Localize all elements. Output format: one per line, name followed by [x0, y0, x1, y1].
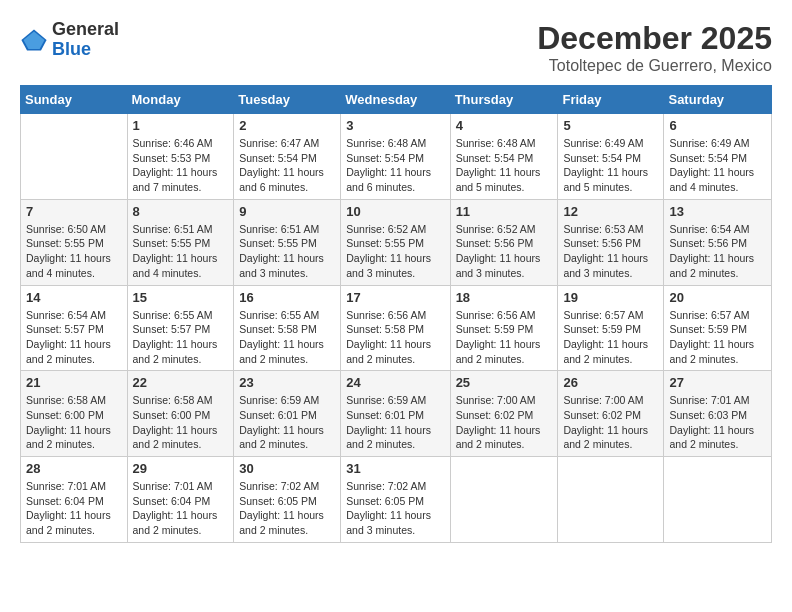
calendar-cell: 10Sunrise: 6:52 AM Sunset: 5:55 PM Dayli… [341, 199, 450, 285]
day-number: 9 [239, 204, 335, 219]
day-info: Sunrise: 6:52 AM Sunset: 5:55 PM Dayligh… [346, 222, 444, 281]
day-info: Sunrise: 6:47 AM Sunset: 5:54 PM Dayligh… [239, 136, 335, 195]
calendar-cell: 25Sunrise: 7:00 AM Sunset: 6:02 PM Dayli… [450, 371, 558, 457]
header-wednesday: Wednesday [341, 86, 450, 114]
logo-text: General Blue [52, 20, 119, 60]
day-info: Sunrise: 6:49 AM Sunset: 5:54 PM Dayligh… [563, 136, 658, 195]
day-info: Sunrise: 6:48 AM Sunset: 5:54 PM Dayligh… [456, 136, 553, 195]
day-info: Sunrise: 7:02 AM Sunset: 6:05 PM Dayligh… [346, 479, 444, 538]
day-info: Sunrise: 6:48 AM Sunset: 5:54 PM Dayligh… [346, 136, 444, 195]
day-info: Sunrise: 6:57 AM Sunset: 5:59 PM Dayligh… [669, 308, 766, 367]
calendar-cell [558, 457, 664, 543]
calendar-cell: 27Sunrise: 7:01 AM Sunset: 6:03 PM Dayli… [664, 371, 772, 457]
calendar-cell: 5Sunrise: 6:49 AM Sunset: 5:54 PM Daylig… [558, 114, 664, 200]
calendar-table: SundayMondayTuesdayWednesdayThursdayFrid… [20, 85, 772, 543]
day-info: Sunrise: 6:56 AM Sunset: 5:58 PM Dayligh… [346, 308, 444, 367]
logo-general: General [52, 20, 119, 40]
day-info: Sunrise: 6:51 AM Sunset: 5:55 PM Dayligh… [133, 222, 229, 281]
day-info: Sunrise: 6:55 AM Sunset: 5:58 PM Dayligh… [239, 308, 335, 367]
day-info: Sunrise: 6:54 AM Sunset: 5:56 PM Dayligh… [669, 222, 766, 281]
calendar-cell: 3Sunrise: 6:48 AM Sunset: 5:54 PM Daylig… [341, 114, 450, 200]
calendar-cell: 28Sunrise: 7:01 AM Sunset: 6:04 PM Dayli… [21, 457, 128, 543]
calendar-cell: 14Sunrise: 6:54 AM Sunset: 5:57 PM Dayli… [21, 285, 128, 371]
month-title: December 2025 [537, 20, 772, 57]
day-number: 8 [133, 204, 229, 219]
day-number: 18 [456, 290, 553, 305]
day-number: 21 [26, 375, 122, 390]
calendar-cell [450, 457, 558, 543]
calendar-cell: 15Sunrise: 6:55 AM Sunset: 5:57 PM Dayli… [127, 285, 234, 371]
calendar-cell: 1Sunrise: 6:46 AM Sunset: 5:53 PM Daylig… [127, 114, 234, 200]
day-info: Sunrise: 7:02 AM Sunset: 6:05 PM Dayligh… [239, 479, 335, 538]
calendar-cell: 17Sunrise: 6:56 AM Sunset: 5:58 PM Dayli… [341, 285, 450, 371]
day-number: 14 [26, 290, 122, 305]
calendar-cell [21, 114, 128, 200]
day-number: 13 [669, 204, 766, 219]
header-sunday: Sunday [21, 86, 128, 114]
day-number: 19 [563, 290, 658, 305]
day-number: 7 [26, 204, 122, 219]
day-number: 31 [346, 461, 444, 476]
calendar-week-row: 28Sunrise: 7:01 AM Sunset: 6:04 PM Dayli… [21, 457, 772, 543]
calendar-cell: 20Sunrise: 6:57 AM Sunset: 5:59 PM Dayli… [664, 285, 772, 371]
day-info: Sunrise: 6:57 AM Sunset: 5:59 PM Dayligh… [563, 308, 658, 367]
day-number: 24 [346, 375, 444, 390]
day-number: 20 [669, 290, 766, 305]
day-number: 3 [346, 118, 444, 133]
calendar-cell: 12Sunrise: 6:53 AM Sunset: 5:56 PM Dayli… [558, 199, 664, 285]
calendar-cell: 26Sunrise: 7:00 AM Sunset: 6:02 PM Dayli… [558, 371, 664, 457]
day-number: 2 [239, 118, 335, 133]
day-number: 29 [133, 461, 229, 476]
day-number: 16 [239, 290, 335, 305]
day-info: Sunrise: 7:00 AM Sunset: 6:02 PM Dayligh… [563, 393, 658, 452]
day-info: Sunrise: 6:49 AM Sunset: 5:54 PM Dayligh… [669, 136, 766, 195]
day-number: 27 [669, 375, 766, 390]
day-number: 23 [239, 375, 335, 390]
logo: General Blue [20, 20, 119, 60]
calendar-cell: 8Sunrise: 6:51 AM Sunset: 5:55 PM Daylig… [127, 199, 234, 285]
day-number: 1 [133, 118, 229, 133]
calendar-week-row: 21Sunrise: 6:58 AM Sunset: 6:00 PM Dayli… [21, 371, 772, 457]
logo-icon [20, 26, 48, 54]
day-number: 5 [563, 118, 658, 133]
calendar-cell: 7Sunrise: 6:50 AM Sunset: 5:55 PM Daylig… [21, 199, 128, 285]
day-info: Sunrise: 6:59 AM Sunset: 6:01 PM Dayligh… [239, 393, 335, 452]
header-monday: Monday [127, 86, 234, 114]
header-friday: Friday [558, 86, 664, 114]
day-info: Sunrise: 6:58 AM Sunset: 6:00 PM Dayligh… [26, 393, 122, 452]
day-info: Sunrise: 6:53 AM Sunset: 5:56 PM Dayligh… [563, 222, 658, 281]
day-number: 6 [669, 118, 766, 133]
day-info: Sunrise: 6:50 AM Sunset: 5:55 PM Dayligh… [26, 222, 122, 281]
calendar-cell: 9Sunrise: 6:51 AM Sunset: 5:55 PM Daylig… [234, 199, 341, 285]
day-info: Sunrise: 6:51 AM Sunset: 5:55 PM Dayligh… [239, 222, 335, 281]
calendar-cell: 18Sunrise: 6:56 AM Sunset: 5:59 PM Dayli… [450, 285, 558, 371]
location-title: Totoltepec de Guerrero, Mexico [537, 57, 772, 75]
day-number: 11 [456, 204, 553, 219]
day-number: 4 [456, 118, 553, 133]
calendar-cell: 24Sunrise: 6:59 AM Sunset: 6:01 PM Dayli… [341, 371, 450, 457]
calendar-cell: 19Sunrise: 6:57 AM Sunset: 5:59 PM Dayli… [558, 285, 664, 371]
header-saturday: Saturday [664, 86, 772, 114]
calendar-cell: 13Sunrise: 6:54 AM Sunset: 5:56 PM Dayli… [664, 199, 772, 285]
day-info: Sunrise: 7:01 AM Sunset: 6:04 PM Dayligh… [133, 479, 229, 538]
header-tuesday: Tuesday [234, 86, 341, 114]
title-block: December 2025 Totoltepec de Guerrero, Me… [537, 20, 772, 75]
header-thursday: Thursday [450, 86, 558, 114]
day-number: 17 [346, 290, 444, 305]
day-number: 12 [563, 204, 658, 219]
calendar-week-row: 7Sunrise: 6:50 AM Sunset: 5:55 PM Daylig… [21, 199, 772, 285]
day-number: 28 [26, 461, 122, 476]
calendar-cell: 21Sunrise: 6:58 AM Sunset: 6:00 PM Dayli… [21, 371, 128, 457]
day-info: Sunrise: 6:58 AM Sunset: 6:00 PM Dayligh… [133, 393, 229, 452]
calendar-week-row: 1Sunrise: 6:46 AM Sunset: 5:53 PM Daylig… [21, 114, 772, 200]
day-info: Sunrise: 7:01 AM Sunset: 6:04 PM Dayligh… [26, 479, 122, 538]
calendar-cell: 30Sunrise: 7:02 AM Sunset: 6:05 PM Dayli… [234, 457, 341, 543]
day-number: 22 [133, 375, 229, 390]
day-number: 15 [133, 290, 229, 305]
calendar-cell: 31Sunrise: 7:02 AM Sunset: 6:05 PM Dayli… [341, 457, 450, 543]
day-info: Sunrise: 6:55 AM Sunset: 5:57 PM Dayligh… [133, 308, 229, 367]
calendar-cell [664, 457, 772, 543]
day-info: Sunrise: 6:56 AM Sunset: 5:59 PM Dayligh… [456, 308, 553, 367]
calendar-cell: 2Sunrise: 6:47 AM Sunset: 5:54 PM Daylig… [234, 114, 341, 200]
calendar-cell: 23Sunrise: 6:59 AM Sunset: 6:01 PM Dayli… [234, 371, 341, 457]
